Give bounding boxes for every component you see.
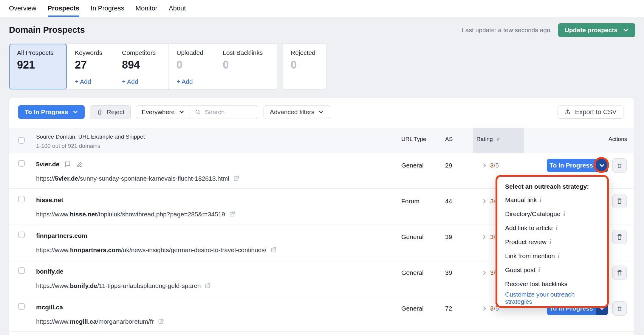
comment-icon[interactable]: [64, 161, 71, 168]
row-delete-button[interactable]: [612, 230, 627, 244]
row-checkbox[interactable]: [18, 160, 25, 167]
update-prospects-button[interactable]: Update prospects: [558, 23, 635, 37]
row-domain: bonify.de: [36, 268, 64, 275]
card-lost-backlinks[interactable]: Lost Backlinks 0: [215, 44, 277, 89]
row-to-in-progress-caret[interactable]: [596, 159, 608, 172]
row-as: 39: [445, 233, 452, 241]
row-url-type: Forum: [401, 198, 419, 205]
row-checkbox[interactable]: [18, 196, 25, 202]
card-count: 0: [223, 59, 277, 71]
row-delete-button[interactable]: [612, 158, 627, 173]
add-competitors-link[interactable]: + Add: [122, 78, 168, 85]
add-uploaded-link[interactable]: + Add: [177, 78, 215, 85]
row-url: https://www.hisse.net/topluluk/showthrea…: [36, 211, 235, 218]
trash-icon: [96, 109, 103, 115]
row-delete-button[interactable]: [612, 194, 627, 208]
card-rejected[interactable]: Rejected 0: [283, 44, 327, 90]
card-count: 921: [17, 59, 67, 71]
page-title: Domain Prospects: [9, 25, 85, 35]
external-link-icon[interactable]: [204, 283, 211, 289]
row-url: https://5vier.de/sunny-sunday-spontane-k…: [36, 175, 239, 182]
customize-strategies-link[interactable]: Customize your outreach strategies: [505, 291, 599, 305]
strategy-link-from-mention[interactable]: Link from mentioni: [505, 249, 599, 263]
card-count: 27: [75, 59, 114, 71]
select-all-checkbox[interactable]: [18, 137, 25, 144]
card-label: Competitors: [122, 49, 168, 56]
strategy-product-review[interactable]: Product reviewi: [505, 235, 599, 249]
reject-label: Reject: [106, 108, 124, 116]
row-checkbox[interactable]: [18, 232, 25, 238]
rating-label: Rating: [476, 136, 493, 142]
nav-tab-monitor[interactable]: Monitor: [136, 0, 157, 17]
card-count: 0: [291, 59, 326, 71]
nav-tab-prospects[interactable]: Prospects: [48, 0, 79, 17]
row-url: https://www.bonify.de/11-tipps-urlaubspl…: [36, 282, 211, 289]
nav-tab-about[interactable]: About: [169, 0, 186, 17]
chevron-right-icon[interactable]: [482, 234, 487, 240]
to-in-progress-label: To In Progress: [25, 108, 68, 116]
to-in-progress-bulk-button[interactable]: To In Progress: [18, 105, 85, 119]
row-domain: hisse.net: [36, 196, 63, 204]
info-icon[interactable]: i: [538, 266, 540, 274]
reject-button[interactable]: Reject: [90, 105, 131, 119]
info-icon[interactable]: i: [540, 196, 541, 204]
outreach-strategy-dropdown: Select an outreach strategy: Manual link…: [496, 175, 609, 308]
row-url-type: General: [401, 162, 424, 169]
top-nav: Overview Prospects In Progress Monitor A…: [0, 0, 644, 17]
row-as: 29: [445, 162, 452, 169]
strategy-add-link-to-article[interactable]: Add link to articlei: [505, 221, 599, 235]
dropdown-title: Select an outreach strategy:: [505, 180, 599, 193]
row-domain: 5vier.de: [36, 161, 59, 168]
row-url: https://www.finnpartners.com/uk/news-ins…: [36, 246, 277, 254]
table-header: Source Domain, URL Example and Snippet 1…: [9, 128, 634, 153]
external-link-icon[interactable]: [229, 211, 235, 218]
search-input[interactable]: [204, 108, 250, 116]
card-uploaded[interactable]: Uploaded 0 + Add: [169, 44, 215, 89]
advanced-filters-button[interactable]: Advanced filters: [264, 105, 330, 119]
row-to-in-progress-button[interactable]: To In Progress: [547, 159, 608, 172]
row-delete-button[interactable]: [612, 266, 627, 280]
info-icon[interactable]: i: [564, 210, 565, 218]
card-all-prospects[interactable]: All Prospects 921: [9, 44, 67, 89]
column-source-domain: Source Domain, URL Example and Snippet: [36, 134, 145, 140]
export-icon: [564, 109, 571, 115]
external-link-icon[interactable]: [270, 247, 277, 253]
nav-tab-overview[interactable]: Overview: [9, 0, 36, 17]
sort-descending-icon: [496, 137, 501, 142]
chevron-right-icon[interactable]: [482, 198, 487, 204]
card-keywords[interactable]: Keywords 27 + Add: [67, 44, 114, 89]
chevron-right-icon[interactable]: [482, 270, 487, 275]
info-icon[interactable]: i: [558, 252, 560, 260]
chevron-right-icon[interactable]: [482, 306, 487, 311]
nav-tab-in-progress[interactable]: In Progress: [91, 0, 124, 17]
row-range-text: 1-100 out of 921 domains: [36, 143, 100, 149]
strategy-guest-post[interactable]: Guest posti: [505, 263, 599, 277]
card-competitors[interactable]: Competitors 894 + Add: [114, 44, 169, 89]
info-icon[interactable]: i: [549, 238, 551, 246]
export-to-csv-button[interactable]: Export to CSV: [558, 106, 623, 119]
add-keywords-link[interactable]: + Add: [75, 78, 114, 85]
row-checkbox[interactable]: [18, 303, 25, 310]
strategy-manual-link[interactable]: Manual linki: [505, 193, 599, 207]
card-count: 0: [177, 59, 215, 71]
row-url: https://www.mcgill.ca/morganarboretum/fr: [36, 318, 164, 325]
row-checkbox[interactable]: [18, 267, 25, 274]
external-link-icon[interactable]: [157, 318, 164, 325]
scope-select[interactable]: Everywhere: [136, 106, 190, 119]
row-delete-button[interactable]: [612, 301, 627, 316]
advanced-filters-label: Advanced filters: [270, 108, 314, 116]
edit-pencil-icon[interactable]: [76, 161, 83, 168]
column-rating-sort[interactable]: Rating: [476, 136, 501, 142]
strategy-recover-lost-backlinks[interactable]: Recover lost backlinks: [505, 277, 599, 291]
chevron-right-icon[interactable]: [482, 163, 487, 168]
row-to-in-progress-label[interactable]: To In Progress: [547, 159, 596, 172]
chevron-down-icon: [179, 109, 184, 115]
row-url-type: General: [401, 305, 424, 312]
chevron-down-icon: [73, 109, 78, 115]
external-link-icon[interactable]: [233, 175, 239, 182]
info-icon[interactable]: i: [556, 224, 558, 232]
strategy-directory-catalogue[interactable]: Directory/Cataloguei: [505, 207, 599, 221]
table-toolbar: To In Progress Reject Everywhere Advance…: [18, 105, 330, 119]
update-prospects-label: Update prospects: [565, 27, 617, 34]
scope-value: Everywhere: [142, 108, 175, 116]
